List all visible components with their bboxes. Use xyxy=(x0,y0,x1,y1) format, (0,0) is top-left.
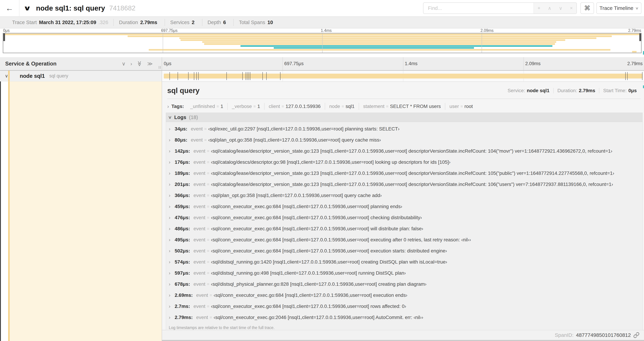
column-resize-grip[interactable] xyxy=(159,66,161,69)
minimap-span-bar xyxy=(180,39,565,41)
find-target-icon[interactable]: ⌖ xyxy=(538,5,540,11)
summary-label: Duration xyxy=(119,20,138,25)
logs-header[interactable]: ∨ Logs (18) xyxy=(166,113,642,122)
minimap-span-bar xyxy=(632,51,636,53)
collapse-trace-chevron[interactable]: ∨ xyxy=(24,0,30,16)
span-id-label: SpanID: xyxy=(555,332,574,338)
equals-sign: = xyxy=(282,104,284,109)
log-entry[interactable]: › 2.79ms: event = ‹sql/conn_executor_exe… xyxy=(166,312,642,323)
minimap-left-handle[interactable] xyxy=(3,34,5,41)
log-timestamp: 574μs: xyxy=(175,259,190,265)
ruler-tick-label: 2.79ms xyxy=(627,57,642,70)
minimap-span-bar xyxy=(274,47,474,49)
log-marker-tick xyxy=(188,72,188,80)
find-controls: ⌖ ∧ ∨ × xyxy=(534,3,576,14)
trace-summary-bar: Trace Start March 31 2022, 17:25:09 .326… xyxy=(0,17,644,29)
summary-suffix: .326 xyxy=(98,20,108,25)
chevron-down-icon[interactable]: ∨ xyxy=(5,71,8,81)
equals-sign: = xyxy=(207,193,209,198)
log-timestamp: 2.69ms: xyxy=(175,292,193,298)
log-field-value: ‹sql/catalog/lease/descriptor_version_st… xyxy=(211,182,613,187)
timeline-ruler: 0μs697.75μs1.4ms2.09ms2.79ms xyxy=(162,57,644,70)
chevron-right-icon: › xyxy=(169,292,175,298)
span-detail-panel: sql query Service: node sql1 Duration: 2… xyxy=(162,82,644,330)
log-field-key: event xyxy=(194,215,206,220)
detail-row-gutter xyxy=(1,82,8,341)
minimap-span-bar xyxy=(149,49,610,51)
log-field-value: ‹sql/conn_executor_exec.go:684 [nsql1,cl… xyxy=(211,237,471,243)
chevron-right-icon: › xyxy=(169,259,175,265)
log-field-value: ‹sql/conn_executor_exec.go:684 [nsql1,cl… xyxy=(211,303,406,309)
log-field-key: event xyxy=(194,226,206,231)
span-detail-header[interactable]: sql query Service: node sql1 Duration: 2… xyxy=(167,84,640,97)
summary-item: Services 2 xyxy=(165,19,202,26)
log-field-key: event xyxy=(194,193,206,198)
log-entry[interactable]: › 459μs: event = ‹sql/conn_executor_exec… xyxy=(166,201,642,212)
equals-sign: = xyxy=(210,293,212,298)
service-operation-header: Service & Operation ∨›≫≫ xyxy=(0,57,162,70)
log-entry[interactable]: › 476μs: event = ‹sql/conn_executor_exec… xyxy=(166,212,642,223)
span-row: ∨ node sql1 sql query xyxy=(0,71,644,82)
log-field-value: ‹sql/catalog/descs/descriptor.go:98 [nsq… xyxy=(211,159,450,165)
find-prev-icon[interactable]: ∧ xyxy=(548,5,552,11)
equals-sign: = xyxy=(207,248,209,253)
service-operation-title: Service & Operation xyxy=(5,57,56,70)
log-entry[interactable]: › 678μs: event = ‹sql/distsql_physical_p… xyxy=(166,279,642,290)
expand-one-icon[interactable]: › xyxy=(130,61,132,67)
trace-view-selector[interactable]: Trace Timeline ∨ xyxy=(596,3,642,14)
deep-link-icon[interactable] xyxy=(633,332,640,338)
meta-label: Service: xyxy=(508,88,525,93)
tag-value: 1 xyxy=(220,104,223,109)
log-entry[interactable]: › 486μs: event = ‹sql/conn_executor_exec… xyxy=(166,223,642,234)
log-entry[interactable]: › 176μs: event = ‹sql/catalog/descs/desc… xyxy=(166,157,642,168)
log-entry[interactable]: › 502μs: event = ‹sql/conn_executor_exec… xyxy=(166,245,642,256)
span-row-name-cell[interactable]: ∨ node sql1 sql query xyxy=(0,71,162,82)
tag-item: _verbose = 1 xyxy=(227,103,264,110)
log-marker-tick xyxy=(242,72,243,80)
log-marker-tick xyxy=(280,72,280,80)
log-entry[interactable]: › 2.69ms: event = ‹sql/conn_executor_exe… xyxy=(166,290,642,301)
meta-value: 0μs xyxy=(628,88,637,93)
chevron-right-icon: › xyxy=(169,126,175,132)
log-entry[interactable]: › 366μs: event = ‹sql/plan_opt.go:358 [n… xyxy=(166,190,642,201)
equals-sign: = xyxy=(207,149,209,154)
equals-sign: = xyxy=(204,138,207,142)
meta-item: Service: node sql1 xyxy=(504,88,553,93)
find-next-icon[interactable]: ∨ xyxy=(559,5,562,11)
view-selector-label: Trace Timeline xyxy=(600,5,634,11)
collapse-all-icon[interactable]: ≫ xyxy=(136,61,143,66)
collapse-one-icon[interactable]: ∨ xyxy=(122,61,126,67)
minimap-right-handle[interactable] xyxy=(639,34,641,41)
back-button[interactable]: ← xyxy=(0,0,20,16)
expand-all-icon[interactable]: ≫ xyxy=(147,61,153,67)
log-entry[interactable]: › 80μs: event = ‹sql/plan_opt.go:358 [ns… xyxy=(166,134,642,146)
service-color-stripe xyxy=(8,71,10,81)
equals-sign: = xyxy=(207,171,209,176)
find-input[interactable] xyxy=(424,3,534,14)
log-entry[interactable]: › 597μs: event = ‹sql/distsql_running.go… xyxy=(166,267,642,279)
minimap-canvas[interactable] xyxy=(3,33,642,53)
equals-sign: = xyxy=(207,160,209,165)
log-entry[interactable]: › 34μs: event = ‹sql/exec_util.go:2297 [… xyxy=(166,123,642,134)
summary-value: 10 xyxy=(268,20,273,25)
summary-item: Duration 2.79ms xyxy=(114,19,165,26)
log-field-value: ‹sql/catalog/lease/descriptor_version_st… xyxy=(211,171,614,176)
trace-name: node sql1: sql query xyxy=(36,4,105,12)
log-entry[interactable]: › 201μs: event = ‹sql/catalog/lease/desc… xyxy=(166,179,642,190)
equals-sign: = xyxy=(207,226,209,231)
ruler-tick-label: 697.75μs xyxy=(284,57,304,70)
log-entry[interactable]: › 2.7ms: event = ‹sql/conn_executor_exec… xyxy=(166,301,642,312)
tag-item: _unfinished = 1 xyxy=(186,103,228,110)
summary-label: Services xyxy=(170,20,190,25)
log-entry[interactable]: › 574μs: event = ‹sql/distsql_running.go… xyxy=(166,256,642,267)
keyboard-shortcuts-button[interactable]: ⌘ xyxy=(580,3,594,14)
summary-label: Total Spans xyxy=(239,20,265,25)
log-entry[interactable]: › 189μs: event = ‹sql/catalog/lease/desc… xyxy=(166,168,642,179)
find-clear-icon[interactable]: × xyxy=(570,5,573,11)
log-marker-tick xyxy=(266,72,266,80)
log-entry[interactable]: › 495μs: event = ‹sql/conn_executor_exec… xyxy=(166,234,642,245)
log-field-key: event xyxy=(194,148,206,154)
equals-sign: = xyxy=(207,237,209,242)
tags-accordian[interactable]: › Tags: _unfinished = 1 _verbose = 1 cli… xyxy=(167,101,477,112)
log-entry[interactable]: › 142μs: event = ‹sql/catalog/lease/desc… xyxy=(166,146,642,157)
